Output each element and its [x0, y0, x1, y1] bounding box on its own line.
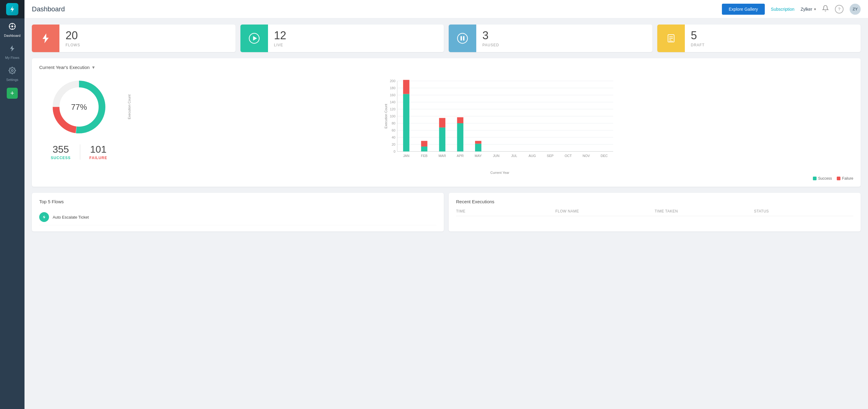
svg-rect-50: [403, 94, 409, 151]
paused-count: 3: [483, 29, 646, 42]
add-flow-button[interactable]: +: [7, 88, 18, 99]
bar-chart-section: Execution Count 020406080100120140160180…: [131, 76, 853, 181]
svg-text:NOV: NOV: [583, 154, 590, 157]
svg-text:JUN: JUN: [493, 154, 499, 157]
sidebar-item-settings[interactable]: Settings: [0, 62, 25, 85]
draft-count: 5: [691, 29, 855, 42]
chart-legend: Success Failure: [131, 176, 853, 181]
user-menu[interactable]: Zylker ▾: [801, 7, 816, 12]
failure-count: 101: [89, 144, 107, 155]
avatar[interactable]: ZY: [849, 4, 861, 15]
live-label: LIVE: [274, 43, 438, 47]
help-icon[interactable]: ?: [835, 5, 843, 13]
svg-marker-9: [42, 33, 49, 43]
svg-point-12: [458, 33, 468, 43]
svg-text:60: 60: [392, 128, 395, 132]
failure-label: FAILURE: [89, 156, 107, 160]
sidebar-item-label-settings: Settings: [6, 78, 19, 82]
draft-label: DRAFT: [691, 43, 855, 47]
svg-rect-57: [439, 118, 446, 127]
subscription-link[interactable]: Subscription: [771, 7, 795, 12]
flows-icon-box: [32, 25, 59, 52]
legend-success: Success: [813, 176, 832, 181]
svg-rect-59: [457, 123, 463, 151]
header-actions: Explore Gallery Subscription Zylker ▾ ? …: [722, 4, 861, 15]
svg-point-8: [11, 69, 13, 71]
success-count: 355: [51, 144, 71, 155]
legend-success-dot: [813, 177, 816, 180]
section-title: Current Year's Execution: [39, 65, 90, 70]
svg-text:80: 80: [392, 121, 395, 125]
sidebar-item-my-flows[interactable]: My Flows: [0, 40, 25, 62]
stat-card-flows: 20 FLOWS: [32, 25, 236, 52]
paused-stat-info: 3 PAUSED: [476, 29, 652, 47]
sidebar-item-dashboard[interactable]: Dashboard: [0, 19, 25, 40]
notification-bell-icon[interactable]: [822, 5, 829, 13]
page-title: Dashboard: [32, 5, 722, 13]
donut-section: 77% 355 SUCCESS 101 FAILURE: [39, 76, 119, 160]
stats-divider: [80, 144, 80, 160]
draft-icon-box: [657, 25, 685, 52]
sidebar-item-label-flows: My Flows: [5, 56, 19, 59]
svg-marker-7: [10, 46, 14, 52]
main-content: Dashboard Explore Gallery Subscription Z…: [25, 0, 868, 409]
top-flows-card: Top 5 Flows Auto Escalate Ticket: [32, 193, 444, 232]
explore-gallery-button[interactable]: Explore Gallery: [722, 4, 765, 15]
svg-text:Execution Count: Execution Count: [384, 104, 388, 129]
col-time: Time: [456, 209, 555, 213]
sidebar: Dashboard My Flows Settings +: [0, 0, 25, 409]
success-stat: 355 SUCCESS: [51, 144, 71, 160]
svg-text:JAN: JAN: [403, 154, 409, 157]
recent-executions-card: Recent Executions Time Flow Name Time Ta…: [449, 193, 861, 232]
svg-text:200: 200: [390, 79, 395, 83]
svg-text:160: 160: [390, 93, 395, 97]
svg-text:APR: APR: [457, 154, 464, 157]
svg-text:MAR: MAR: [439, 154, 446, 157]
svg-marker-11: [253, 36, 257, 41]
svg-text:20: 20: [392, 143, 395, 146]
donut-stats: 355 SUCCESS 101 FAILURE: [51, 144, 107, 160]
app-logo-icon[interactable]: [6, 3, 19, 15]
live-count: 12: [274, 29, 438, 42]
svg-text:DEC: DEC: [600, 154, 608, 157]
donut-chart: 77%: [49, 76, 110, 138]
my-flows-icon: [8, 45, 16, 54]
svg-text:AUG: AUG: [529, 154, 536, 157]
svg-rect-14: [463, 36, 465, 41]
bottom-row: Top 5 Flows Auto Escalate Ticket Recent …: [32, 193, 861, 232]
svg-rect-54: [421, 141, 428, 147]
section-header: Current Year's Execution ▾: [39, 64, 853, 70]
section-collapse-icon[interactable]: ▾: [92, 64, 95, 70]
svg-text:0: 0: [394, 150, 395, 153]
executions-table-header: Time Flow Name Time Taken Status: [456, 209, 853, 216]
col-status: Status: [754, 209, 853, 213]
stat-card-paused: 3 PAUSED: [449, 25, 652, 52]
list-item[interactable]: Auto Escalate Ticket: [39, 209, 436, 225]
top-flows-title: Top 5 Flows: [39, 199, 436, 204]
paused-icon-box: [449, 25, 476, 52]
stats-row: 20 FLOWS 12 LIVE: [32, 25, 861, 52]
svg-text:140: 140: [390, 100, 395, 104]
col-time-taken: Time Taken: [655, 209, 754, 213]
svg-text:JUL: JUL: [511, 154, 517, 157]
svg-text:40: 40: [392, 136, 395, 139]
draft-stat-info: 5 DRAFT: [685, 29, 861, 47]
flows-stat-info: 20 FLOWS: [59, 29, 236, 47]
y-axis-label: Execution Count: [127, 94, 131, 119]
execution-section: Current Year's Execution ▾: [32, 58, 861, 187]
paused-label: PAUSED: [483, 43, 646, 47]
svg-text:SEP: SEP: [547, 154, 553, 157]
svg-rect-53: [421, 147, 428, 151]
svg-point-2: [11, 25, 13, 27]
content-area: 20 FLOWS 12 LIVE: [25, 19, 868, 409]
flows-label: FLOWS: [66, 43, 229, 47]
success-label: SUCCESS: [51, 156, 71, 160]
dashboard-icon: [8, 23, 16, 32]
sidebar-item-label-dashboard: Dashboard: [4, 34, 21, 37]
svg-text:FEB: FEB: [421, 154, 427, 157]
execution-body: 77% 355 SUCCESS 101 FAILURE: [39, 76, 853, 181]
sidebar-logo: [0, 0, 25, 19]
live-stat-info: 12 LIVE: [268, 29, 444, 47]
stat-card-draft: 5 DRAFT: [657, 25, 861, 52]
svg-rect-62: [475, 144, 482, 151]
